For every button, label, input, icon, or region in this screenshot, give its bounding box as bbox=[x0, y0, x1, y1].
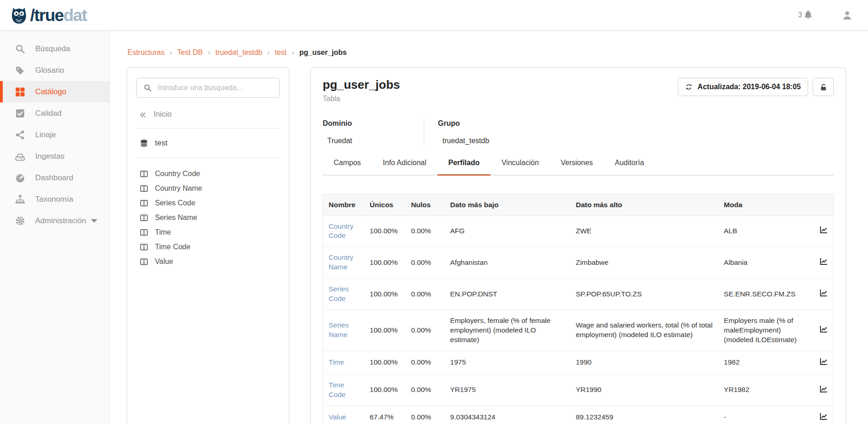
sitemap-icon bbox=[15, 194, 25, 204]
column-list-item[interactable]: Time Code bbox=[140, 240, 276, 254]
table-row: Country Code 100.00% 0.00% AFG ZWE ALB bbox=[323, 215, 834, 247]
column-list-label: Country Name bbox=[155, 184, 202, 193]
header-moda: Moda bbox=[719, 194, 814, 215]
column-list-item[interactable]: Country Code bbox=[140, 166, 276, 181]
sidebar-item[interactable]: Ingestas bbox=[0, 145, 109, 167]
breadcrumb-separator: › bbox=[208, 48, 211, 57]
lowest-value: AFG bbox=[445, 215, 570, 247]
column-name-link[interactable]: Country Name bbox=[329, 253, 353, 271]
sidebar-item-label: Dashboard bbox=[35, 173, 73, 182]
chart-line-icon[interactable] bbox=[820, 225, 828, 234]
columns-icon bbox=[140, 214, 148, 222]
refresh-updated-button[interactable]: Actualizada: 2019-06-04 18:05 bbox=[678, 78, 808, 96]
notifications-button[interactable]: 3 bbox=[798, 11, 813, 20]
sidebar-item-label: Calidad bbox=[35, 109, 62, 118]
column-name-link[interactable]: Time Code bbox=[329, 381, 346, 398]
breadcrumb-link[interactable]: Test DB bbox=[177, 48, 203, 57]
unique-percent: 100.00% bbox=[364, 247, 405, 279]
mode-value: YR1982 bbox=[719, 374, 814, 406]
highest-value: SP.POP.65UP.TO.ZS bbox=[570, 279, 719, 310]
sidebar-item-label: Catálogo bbox=[35, 87, 66, 97]
schema-node-test[interactable]: test bbox=[136, 129, 280, 158]
columns-icon bbox=[140, 199, 148, 207]
domain-group-section: Dominio Truedat Grupo truedat_testdb bbox=[323, 119, 834, 145]
gauge-icon bbox=[15, 173, 25, 183]
column-name-link[interactable]: Series Name bbox=[329, 321, 349, 338]
breadcrumb-link[interactable]: test bbox=[275, 48, 287, 57]
chart-line-icon[interactable] bbox=[820, 257, 828, 265]
breadcrumb-separator: › bbox=[267, 48, 270, 57]
chart-line-icon[interactable] bbox=[820, 325, 828, 333]
sidebar-item[interactable]: Taxonomía bbox=[0, 188, 109, 210]
back-to-home-link[interactable]: « Inicio bbox=[136, 98, 280, 129]
breadcrumb-separator: › bbox=[292, 48, 294, 57]
back-to-home-label: Inicio bbox=[154, 110, 172, 119]
tags-icon bbox=[15, 65, 25, 75]
lowest-value: Employers, female (% of female employmen… bbox=[445, 310, 570, 351]
column-list-label: Value bbox=[155, 258, 173, 266]
nulls-percent: 0.00% bbox=[405, 406, 445, 424]
tab-label: Versiones bbox=[561, 159, 593, 166]
columns-icon bbox=[140, 228, 148, 236]
breadcrumb-current: pg_user_jobs bbox=[299, 48, 347, 57]
sidebar-item[interactable]: Administración bbox=[0, 210, 109, 231]
user-avatar-icon[interactable] bbox=[842, 10, 852, 21]
breadcrumb-separator: › bbox=[170, 48, 172, 57]
tab[interactable]: Campos bbox=[323, 159, 372, 175]
table-row: Series Code 100.00% 0.00% EN.POP.DNST SP… bbox=[323, 279, 834, 310]
chart-line-icon[interactable] bbox=[820, 412, 828, 420]
chevron-down-icon bbox=[91, 219, 97, 223]
table-row: Country Name 100.00% 0.00% Afghanistan Z… bbox=[323, 247, 834, 279]
tab[interactable]: Auditoría bbox=[604, 159, 655, 175]
column-list-item[interactable]: Time bbox=[140, 225, 276, 240]
breadcrumb-link[interactable]: Estructuras bbox=[128, 48, 165, 57]
truedat-logo[interactable]: /truedat bbox=[8, 5, 87, 25]
sidebar-item[interactable]: Linaje bbox=[0, 124, 109, 145]
check-square-icon bbox=[15, 108, 25, 118]
column-name-link[interactable]: Series Code bbox=[329, 285, 349, 302]
column-name-link[interactable]: Time bbox=[329, 358, 344, 366]
column-list-label: Time Code bbox=[155, 243, 191, 251]
group-label: Grupo bbox=[438, 119, 489, 128]
sidebar-item[interactable]: Calidad bbox=[0, 102, 109, 124]
unique-percent: 100.00% bbox=[364, 279, 405, 310]
lock-button[interactable] bbox=[813, 78, 834, 96]
tab[interactable]: Perfilado bbox=[437, 159, 490, 176]
mode-value: SE.ENR.SECO.FM.ZS bbox=[719, 279, 814, 310]
sidebar-item[interactable]: Glosario bbox=[0, 59, 109, 81]
column-list-label: Country Code bbox=[155, 170, 200, 178]
column-list-item[interactable]: Series Code bbox=[140, 196, 276, 210]
column-list-item[interactable]: Country Name bbox=[140, 181, 276, 196]
tab-label: Auditoría bbox=[615, 159, 644, 166]
sidebar-item-label: Ingestas bbox=[35, 152, 64, 161]
sidebar-item[interactable]: Catálogo bbox=[0, 81, 109, 102]
tab[interactable]: Info Adicional bbox=[372, 159, 437, 175]
chart-line-icon[interactable] bbox=[820, 357, 828, 365]
column-list-item[interactable]: Value bbox=[140, 254, 276, 269]
breadcrumb-link[interactable]: truedat_testdb bbox=[215, 48, 262, 57]
brand-text: /truedat bbox=[30, 7, 87, 24]
columns-icon bbox=[140, 258, 148, 266]
chart-line-icon[interactable] bbox=[820, 289, 828, 297]
highest-value: 1990 bbox=[570, 351, 719, 374]
domain-value: Truedat bbox=[323, 137, 424, 145]
tab[interactable]: Versiones bbox=[550, 159, 604, 175]
table-row: Time 100.00% 0.00% 1975 1990 1982 bbox=[323, 351, 834, 374]
search-input[interactable] bbox=[158, 84, 272, 92]
sidebar-item[interactable]: Dashboard bbox=[0, 167, 109, 188]
nulls-percent: 0.00% bbox=[405, 310, 445, 351]
column-list-item[interactable]: Series Name bbox=[140, 210, 276, 225]
table-header-row: Nombre Únicos Nulos Dato más bajo Dato m… bbox=[323, 194, 834, 215]
unique-percent: 100.00% bbox=[364, 351, 405, 374]
chart-line-icon[interactable] bbox=[820, 385, 828, 393]
tab[interactable]: Vinculación bbox=[490, 159, 550, 175]
sidebar-item-label: Búsqueda bbox=[35, 44, 70, 54]
sidebar-item-label: Taxonomía bbox=[35, 195, 73, 204]
lowest-value: 1975 bbox=[445, 351, 570, 374]
sidebar-item[interactable]: Búsqueda bbox=[0, 38, 109, 59]
column-name-link[interactable]: Value bbox=[329, 413, 346, 421]
column-name-link[interactable]: Country Code bbox=[329, 222, 353, 240]
grid-icon bbox=[15, 87, 25, 97]
nulls-percent: 0.00% bbox=[405, 215, 445, 247]
lowest-value: EN.POP.DNST bbox=[445, 279, 570, 310]
